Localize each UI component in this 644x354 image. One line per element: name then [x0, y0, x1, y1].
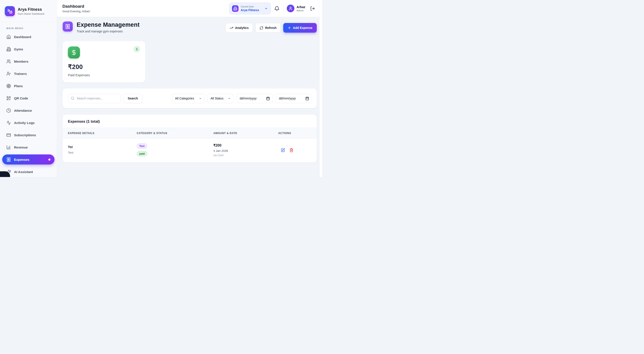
app-root: Arya Fitness Gym Owner Dashboard MAIN ME… [0, 0, 322, 177]
sidebar-item-attendance[interactable]: Attendance [2, 105, 54, 116]
topbar-divider [283, 4, 283, 13]
active-indicator-dot [48, 158, 50, 160]
main-content: Expense Management Track and manage gym … [57, 17, 322, 177]
filter-controls: All Categories All Status dd/mm/yyyy dd/… [172, 94, 312, 103]
brand-name: Arya Fitness [18, 7, 44, 12]
expense-date: 3 Jan 2026 [213, 149, 278, 152]
date-to-input[interactable]: dd/mm/yyyy [276, 94, 312, 103]
sidebar-item-qr-code[interactable]: QR Code [2, 93, 54, 103]
category-select[interactable]: All Categories [172, 94, 204, 103]
user-role: Admin [296, 9, 305, 12]
clock-icon [6, 108, 11, 113]
status-select-value: All Status [210, 96, 224, 100]
search-button[interactable]: Search [123, 94, 142, 103]
sidebar-item-ai-assistant[interactable]: AI Assistant [2, 167, 54, 177]
page-header: Expense Management Track and manage gym … [63, 22, 317, 33]
trending-up-icon [230, 26, 233, 30]
sidebar-item-expenses[interactable]: Expenses [2, 154, 54, 164]
page-subtitle: Track and manage gym expenses [77, 30, 140, 33]
user-menu[interactable]: Arbaz Admin [287, 4, 305, 12]
delete-trash-icon[interactable] [289, 148, 294, 152]
target-icon [6, 84, 11, 88]
current-gym-selector[interactable]: Current Gym Arya Fitness [229, 3, 271, 14]
search-button-label: Search [128, 96, 138, 100]
sidebar-item-trainers[interactable]: Trainers [2, 68, 54, 79]
refresh-button-label: Refresh [265, 26, 276, 30]
topbar-greeting: Good Evening, Arbaz! [62, 10, 90, 13]
payment-method: via Cash [213, 154, 278, 157]
sidebar-item-members[interactable]: Members [2, 56, 54, 66]
calendar-icon[interactable] [266, 96, 270, 100]
search-field-wrap [68, 94, 121, 103]
scrollbar[interactable] [319, 0, 322, 177]
gym-building-icon [232, 5, 238, 12]
brand-tagline: Gym Owner Dashboard [18, 12, 44, 15]
expense-details-cell: Tst Test [68, 143, 137, 154]
category-select-value: All Categories [175, 96, 194, 100]
paid-expenses-stat-card: 1 ₹200 Paid Expenses [63, 41, 145, 82]
date-to-value: dd/mm/yyyy [279, 96, 296, 100]
gym-chip-text: Current Gym Arya Fitness [241, 5, 259, 12]
brand-text: Arya Fitness Gym Owner Dashboard [18, 7, 44, 15]
table-title: Expenses (1 total) [63, 114, 317, 128]
date-from-input[interactable]: dd/mm/yyyy [236, 94, 273, 103]
add-expense-button[interactable]: Add Expense [283, 23, 317, 33]
expenses-table-card: Expenses (1 total) EXPENSE DETAILS CATEG… [63, 114, 317, 162]
search-input[interactable] [68, 94, 121, 103]
sidebar-item-label: Gyms [14, 47, 23, 51]
stat-amount: ₹200 [68, 63, 140, 70]
sidebar-item-label: Revenue [14, 146, 28, 149]
sidebar-item-label: Plans [14, 84, 23, 88]
status-badge: paid [137, 151, 148, 156]
status-select[interactable]: All Status [208, 94, 234, 103]
logout-icon[interactable] [310, 6, 315, 11]
sidebar-item-label: Attendance [14, 109, 32, 112]
date-from-value: dd/mm/yyyy [240, 96, 256, 100]
edit-icon[interactable] [281, 148, 285, 152]
sidebar-item-revenue[interactable]: Revenue [2, 142, 54, 152]
bar-chart-icon [6, 145, 11, 150]
sidebar-item-label: Expenses [14, 158, 29, 162]
chevron-down-icon [228, 97, 231, 100]
expense-amount: ₹200 [213, 143, 278, 148]
topbar-titles: Dashboard Good Evening, Arbaz! [62, 4, 90, 13]
user-name: Arbaz [296, 5, 305, 9]
topbar: Dashboard Good Evening, Arbaz! Current G… [57, 0, 322, 17]
expense-name: Tst [68, 145, 137, 149]
chevron-down-icon [264, 7, 268, 10]
category-badge: Test [137, 143, 147, 149]
activity-icon [6, 120, 11, 125]
chevron-down-icon [199, 97, 202, 100]
user-avatar [287, 4, 294, 12]
sidebar-item-dashboard[interactable]: Dashboard [2, 32, 54, 42]
sidebar-item-activity-logs[interactable]: Activity Logs [2, 118, 54, 128]
sidebar-item-plans[interactable]: Plans [2, 81, 54, 91]
stat-count-badge: 1 [134, 46, 140, 52]
column-header-category-status: CATEGORY & STATUS [137, 132, 213, 135]
row-actions [281, 148, 317, 152]
calendar-icon[interactable] [305, 96, 309, 100]
topbar-right: Current Gym Arya Fitness Arb [229, 3, 318, 14]
table-row[interactable]: Tst Test Test paid ₹200 3 Jan 2026 via C… [63, 138, 317, 162]
stat-label: Paid Expenses [68, 73, 140, 77]
expense-receipt-icon [63, 22, 73, 32]
refresh-button[interactable]: Refresh [256, 23, 280, 33]
sidebar-item-gyms[interactable]: Gyms [2, 44, 54, 54]
plus-icon [288, 26, 291, 30]
expense-description: Test [68, 151, 137, 154]
sidebar: Arya Fitness Gym Owner Dashboard MAIN ME… [0, 0, 57, 177]
column-header-amount-date: AMOUNT & DATE [213, 132, 278, 135]
page-header-text: Expense Management Track and manage gym … [77, 22, 140, 33]
sidebar-section-label: MAIN MENU [6, 27, 57, 30]
dollar-sign-icon [68, 46, 80, 58]
users-icon [6, 59, 11, 64]
qr-code-icon [6, 96, 11, 100]
filter-bar: Search All Categories All Status dd/mm/y… [63, 88, 317, 108]
amount-date-cell: ₹200 3 Jan 2026 via Cash [213, 143, 278, 157]
analytics-button-label: Analytics [235, 26, 248, 30]
notifications-bell-icon[interactable] [274, 6, 280, 11]
analytics-button[interactable]: Analytics [226, 23, 253, 33]
dumbbell-logo-icon [5, 6, 15, 16]
sidebar-item-label: Subscriptions [14, 133, 36, 137]
sidebar-item-subscriptions[interactable]: Subscriptions [2, 130, 54, 140]
